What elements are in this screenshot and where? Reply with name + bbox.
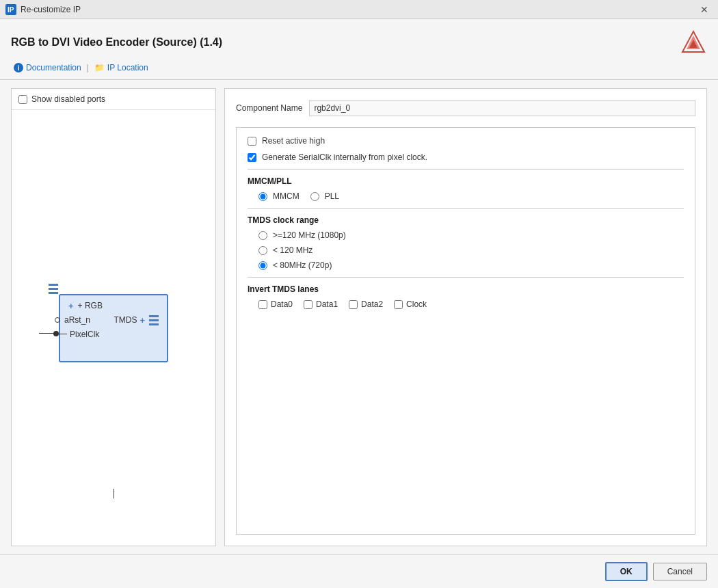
data1-checkbox[interactable] bbox=[304, 300, 313, 309]
mmcm-pll-section-label: MMCM/PLL bbox=[248, 176, 684, 186]
ip-block: + + RGB aRst_n TMDS + bbox=[59, 294, 168, 362]
show-disabled-checkbox[interactable] bbox=[18, 95, 27, 104]
port-row-arst-tmds: aRst_n TMDS + bbox=[68, 315, 159, 325]
dialog-title: RGB to DVI Video Encoder (Source) (1.4) bbox=[11, 36, 222, 49]
port-row-rgb: + + RGB bbox=[68, 301, 159, 311]
component-name-input[interactable] bbox=[309, 100, 695, 116]
data2-label[interactable]: Data2 bbox=[361, 299, 383, 309]
data0-label[interactable]: Data0 bbox=[271, 299, 293, 309]
info-icon: i bbox=[14, 63, 23, 72]
show-disabled-label[interactable]: Show disabled ports bbox=[31, 94, 105, 104]
data2-checkbox[interactable] bbox=[349, 300, 358, 309]
generate-serial-clk-checkbox[interactable] bbox=[248, 153, 256, 162]
range1-radio[interactable] bbox=[258, 231, 267, 240]
cancel-button[interactable]: Cancel bbox=[653, 563, 707, 580]
reset-active-high-checkbox[interactable] bbox=[248, 137, 256, 146]
data2-lane: Data2 bbox=[349, 299, 383, 309]
range1-label[interactable]: >=120 MHz (1080p) bbox=[273, 230, 346, 240]
tmds-port-label: TMDS bbox=[114, 315, 137, 325]
range2-label[interactable]: < 120 MHz bbox=[273, 245, 313, 255]
range1-radio-row: >=120 MHz (1080p) bbox=[258, 230, 684, 240]
toolbar-separator: | bbox=[87, 63, 89, 72]
data1-lane: Data1 bbox=[304, 299, 338, 309]
title-bar-text: Re-customize IP bbox=[21, 5, 81, 14]
mmcm-pll-radio-group: MMCM PLL bbox=[248, 191, 684, 201]
generate-serial-clk-row: Generate SerialClk internally from pixel… bbox=[248, 152, 684, 162]
clock-label[interactable]: Clock bbox=[406, 299, 427, 309]
divider-2 bbox=[248, 208, 684, 209]
dialog-content: Show disabled ports bbox=[0, 80, 718, 554]
dialog-footer: OK Cancel bbox=[0, 554, 718, 588]
documentation-link[interactable]: i Documentation bbox=[11, 62, 84, 74]
rgb-port-label: + RGB bbox=[78, 301, 103, 310]
vivado-logo bbox=[680, 29, 707, 56]
app-icon: IP bbox=[5, 4, 16, 15]
options-box: Reset active high Generate SerialClk int… bbox=[236, 127, 695, 535]
data0-checkbox[interactable] bbox=[258, 300, 267, 309]
tmds-clock-radio-group: >=120 MHz (1080p) < 120 MHz < 80MHz (720… bbox=[248, 230, 684, 270]
range3-label[interactable]: < 80MHz (720p) bbox=[273, 260, 332, 270]
title-bar: IP Re-customize IP ✕ bbox=[0, 0, 718, 19]
clock-checkbox[interactable] bbox=[394, 300, 403, 309]
dialog-header: RGB to DVI Video Encoder (Source) (1.4) bbox=[0, 19, 718, 62]
component-name-label: Component Name bbox=[236, 103, 302, 113]
ok-button[interactable]: OK bbox=[605, 562, 648, 581]
range2-radio-row: < 120 MHz bbox=[258, 245, 684, 255]
show-disabled-row: Show disabled ports bbox=[12, 89, 215, 110]
range2-radio[interactable] bbox=[258, 246, 267, 255]
invert-tmds-label: Invert TMDS lanes bbox=[248, 284, 684, 294]
generate-serial-clk-label[interactable]: Generate SerialClk internally from pixel… bbox=[262, 152, 427, 162]
left-panel: Show disabled ports bbox=[11, 88, 216, 546]
ip-location-link[interactable]: 📁 IP Location bbox=[92, 62, 151, 74]
data0-lane: Data0 bbox=[258, 299, 293, 309]
pixelclk-port-label: PixelClk bbox=[70, 330, 99, 339]
mmcm-radio[interactable] bbox=[258, 192, 267, 201]
dialog-toolbar: i Documentation | 📁 IP Location bbox=[0, 62, 718, 80]
pll-label[interactable]: PLL bbox=[325, 191, 339, 201]
lanes-row: Data0 Data1 Data2 Clock bbox=[248, 299, 684, 309]
mmcm-label[interactable]: MMCM bbox=[273, 191, 300, 201]
title-bar-left: IP Re-customize IP bbox=[5, 4, 81, 15]
clock-lane: Clock bbox=[394, 299, 427, 309]
tmds-clock-section-label: TMDS clock range bbox=[248, 215, 684, 225]
reset-active-high-label[interactable]: Reset active high bbox=[262, 136, 325, 146]
pll-radio-row: PLL bbox=[310, 191, 339, 201]
mmcm-radio-row: MMCM bbox=[258, 191, 300, 201]
right-panel: Component Name Reset active high Generat… bbox=[224, 88, 707, 546]
invert-tmds-section: Invert TMDS lanes Data0 Data1 Data2 bbox=[248, 284, 684, 309]
data1-label[interactable]: Data1 bbox=[316, 299, 338, 309]
close-button[interactable]: ✕ bbox=[696, 3, 713, 16]
reset-active-high-row: Reset active high bbox=[248, 136, 684, 146]
dialog: RGB to DVI Video Encoder (Source) (1.4) … bbox=[0, 19, 718, 588]
range3-radio-row: < 80MHz (720p) bbox=[258, 260, 684, 270]
folder-icon: 📁 bbox=[94, 63, 105, 72]
arst-port-label: aRst_n bbox=[64, 315, 90, 325]
component-name-row: Component Name bbox=[236, 100, 695, 116]
divider-3 bbox=[248, 277, 684, 278]
port-row-pixelclk: PixelClk bbox=[68, 330, 159, 339]
range3-radio[interactable] bbox=[258, 261, 267, 270]
divider-1 bbox=[248, 169, 684, 170]
ip-diagram: + + RGB aRst_n TMDS + bbox=[12, 110, 215, 546]
svg-text:IP: IP bbox=[8, 6, 14, 14]
pll-radio[interactable] bbox=[310, 192, 319, 201]
